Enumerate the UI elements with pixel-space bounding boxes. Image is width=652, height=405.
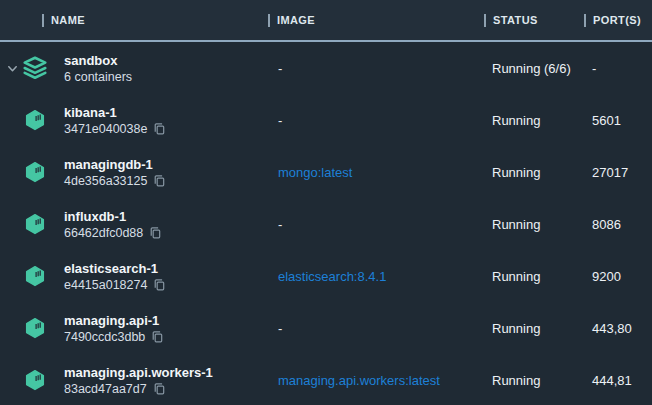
image-name[interactable]: elasticsearch:8.4.1 bbox=[268, 269, 484, 284]
table-row[interactable]: managing.api-1 7490ccdc3dbb - Running 44… bbox=[0, 302, 652, 354]
container-id: 4de356a33125 bbox=[64, 173, 147, 189]
column-header-ports[interactable]: PORT(S) bbox=[584, 14, 652, 27]
table-row[interactable]: managingdb-1 4de356a33125 mongo:latest R… bbox=[0, 146, 652, 198]
name-lines: managing.api-1 7490ccdc3dbb bbox=[64, 312, 164, 345]
container-name: influxdb-1 bbox=[64, 208, 162, 225]
container-id: 7490ccdc3dbb bbox=[64, 329, 145, 345]
container-id: 3471e040038e bbox=[64, 121, 147, 137]
ports-text: 444,81 bbox=[584, 373, 652, 388]
name-cell: managing.api.workers-1 83acd47aa7d7 bbox=[0, 364, 268, 397]
status-text: Running bbox=[484, 373, 584, 388]
status-text: Running (6/6) bbox=[484, 61, 584, 76]
name-lines: kibana-1 3471e040038e bbox=[64, 104, 166, 137]
name-cell: elasticsearch-1 e4415a018274 bbox=[0, 260, 268, 293]
column-header-label: PORT(S) bbox=[593, 14, 641, 26]
container-box-icon bbox=[21, 158, 49, 186]
container-id: e4415a018274 bbox=[64, 277, 147, 293]
column-header-name[interactable]: NAME bbox=[0, 14, 268, 27]
container-id: 83acd47aa7d7 bbox=[64, 381, 147, 397]
column-header-label: NAME bbox=[51, 14, 85, 26]
image-name: - bbox=[268, 61, 484, 76]
name-lines: elasticsearch-1 e4415a018274 bbox=[64, 260, 166, 293]
containers-table: NAME IMAGE STATUS PORT(S) bbox=[0, 0, 652, 405]
container-box-icon bbox=[21, 366, 49, 394]
ports-text: 443,80 bbox=[584, 321, 652, 336]
ports-text: 27017 bbox=[584, 165, 652, 180]
copy-icon[interactable] bbox=[149, 226, 162, 239]
column-header-label: IMAGE bbox=[277, 14, 315, 26]
column-header-image[interactable]: IMAGE bbox=[268, 14, 484, 27]
ports-text: - bbox=[584, 61, 652, 76]
table-header: NAME IMAGE STATUS PORT(S) bbox=[0, 0, 652, 40]
table-row[interactable]: managing.api.workers-1 83acd47aa7d7 mana… bbox=[0, 354, 652, 405]
table-row[interactable]: elasticsearch-1 e4415a018274 elasticsear… bbox=[0, 250, 652, 302]
chevron-down-icon[interactable] bbox=[5, 63, 19, 74]
container-name: elasticsearch-1 bbox=[64, 260, 166, 277]
image-name: - bbox=[268, 217, 484, 232]
table-row[interactable]: sandbox 6 containers - Running (6/6) - bbox=[0, 42, 652, 94]
copy-icon[interactable] bbox=[153, 382, 166, 395]
name-lines: influxdb-1 66462dfc0d88 bbox=[64, 208, 162, 241]
name-lines: managing.api.workers-1 83acd47aa7d7 bbox=[64, 364, 213, 397]
container-box-icon bbox=[21, 106, 49, 134]
status-text: Running bbox=[484, 321, 584, 336]
container-name: managing.api.workers-1 bbox=[64, 364, 213, 381]
name-lines: sandbox 6 containers bbox=[64, 52, 132, 85]
column-header-status[interactable]: STATUS bbox=[484, 14, 584, 27]
column-divider bbox=[484, 14, 486, 27]
ports-text: 9200 bbox=[584, 269, 652, 284]
status-text: Running bbox=[484, 217, 584, 232]
stack-layers-icon bbox=[21, 54, 49, 82]
name-cell: sandbox 6 containers bbox=[0, 52, 268, 85]
copy-icon[interactable] bbox=[153, 122, 166, 135]
table-row[interactable]: influxdb-1 66462dfc0d88 - Running 8086 bbox=[0, 198, 652, 250]
copy-icon[interactable] bbox=[151, 330, 164, 343]
name-cell: managing.api-1 7490ccdc3dbb bbox=[0, 312, 268, 345]
name-cell: kibana-1 3471e040038e bbox=[0, 104, 268, 137]
status-text: Running bbox=[484, 269, 584, 284]
container-name: kibana-1 bbox=[64, 104, 166, 121]
copy-icon[interactable] bbox=[153, 278, 166, 291]
name-cell: managingdb-1 4de356a33125 bbox=[0, 156, 268, 189]
container-box-icon bbox=[21, 314, 49, 342]
container-name: sandbox bbox=[64, 52, 132, 69]
column-divider bbox=[42, 14, 44, 27]
image-name[interactable]: managing.api.workers:latest bbox=[268, 373, 484, 388]
container-name: managingdb-1 bbox=[64, 156, 166, 173]
status-text: Running bbox=[484, 165, 584, 180]
ports-text: 8086 bbox=[584, 217, 652, 232]
status-text: Running bbox=[484, 113, 584, 128]
container-box-icon bbox=[21, 262, 49, 290]
column-header-label: STATUS bbox=[493, 14, 538, 26]
container-name: managing.api-1 bbox=[64, 312, 164, 329]
container-id: 66462dfc0d88 bbox=[64, 225, 143, 241]
name-cell: influxdb-1 66462dfc0d88 bbox=[0, 208, 268, 241]
table-body: sandbox 6 containers - Running (6/6) - bbox=[0, 42, 652, 405]
container-id: 6 containers bbox=[64, 69, 132, 85]
column-divider bbox=[268, 14, 270, 27]
name-lines: managingdb-1 4de356a33125 bbox=[64, 156, 166, 189]
table-row[interactable]: kibana-1 3471e040038e - Running 5601 bbox=[0, 94, 652, 146]
image-name: - bbox=[268, 113, 484, 128]
image-name[interactable]: mongo:latest bbox=[268, 165, 484, 180]
column-divider bbox=[584, 14, 586, 27]
copy-icon[interactable] bbox=[153, 174, 166, 187]
image-name: - bbox=[268, 321, 484, 336]
container-box-icon bbox=[21, 210, 49, 238]
ports-text: 5601 bbox=[584, 113, 652, 128]
